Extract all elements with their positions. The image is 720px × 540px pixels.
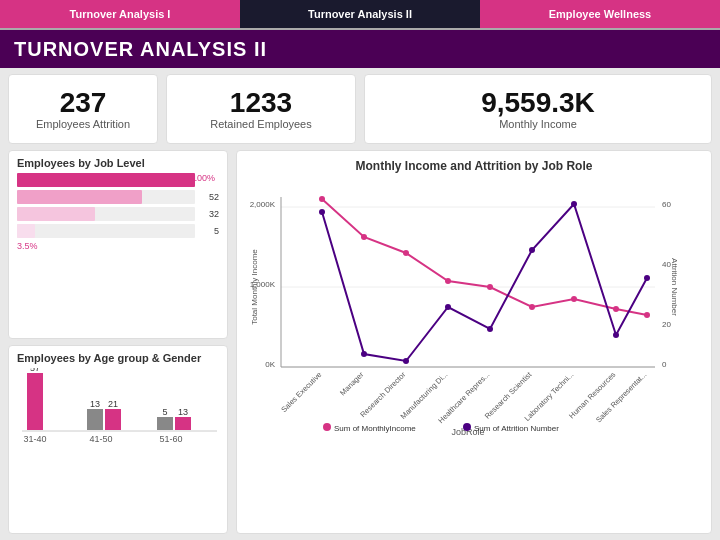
kpi-attrition-value: 237 — [60, 88, 107, 119]
dot-attrition-6 — [529, 247, 535, 253]
dot-income-7 — [571, 296, 577, 302]
dot-income-5 — [487, 284, 493, 290]
x-label-1: Sales Executive — [279, 370, 323, 414]
legend-attrition-dot — [463, 423, 471, 431]
page-header: TURNOVER ANALYSIS II — [0, 30, 720, 68]
monthly-income-chart-title: Monthly Income and Attrition by Job Role — [247, 159, 701, 173]
x-label-41-50: 41-50 — [89, 434, 112, 444]
label-female-41-50: 21 — [108, 399, 118, 409]
monthly-income-chart-card: Monthly Income and Attrition by Job Role… — [236, 150, 712, 534]
dot-attrition-2 — [361, 351, 367, 357]
income-line — [322, 199, 647, 315]
x-label-31-40: 31-40 — [23, 434, 46, 444]
label-female-31-40: 57 — [30, 368, 40, 373]
kpi-row: 237 Employees Attrition 1233 Retained Em… — [8, 74, 712, 144]
legend-attrition-label: Sum of Attrition Number — [474, 424, 559, 433]
label-female-51-60: 13 — [178, 407, 188, 417]
kpi-retained-label: Retained Employees — [210, 118, 312, 130]
job-level-chart-card: Employees by Job Level 100% — [8, 150, 228, 339]
job-level-chart-title: Employees by Job Level — [17, 157, 219, 169]
job-level-bar-1 — [17, 173, 219, 187]
job-level-bottom-pct: 3.5% — [17, 241, 219, 251]
age-gender-chart: 57 13 21 5 13 31-40 — [17, 368, 219, 468]
dot-income-8 — [613, 306, 619, 312]
dot-attrition-5 — [487, 326, 493, 332]
dot-attrition-3 — [403, 358, 409, 364]
bottom-row: Employees by Job Level 100% — [8, 150, 712, 534]
job-level-bar-4: 5 — [17, 224, 219, 238]
y-left-2000k: 2,000K — [250, 200, 276, 209]
legend-income-label: Sum of MonthlyIncome — [334, 424, 416, 433]
bar-label-3: 32 — [199, 209, 219, 219]
kpi-attrition-label: Employees Attrition — [36, 118, 130, 130]
kpi-retained: 1233 Retained Employees — [166, 74, 356, 144]
age-gender-chart-title: Employees by Age group & Gender — [17, 352, 219, 364]
tab-turnover-analysis-1[interactable]: Turnover Analysis I — [0, 0, 240, 28]
job-level-pct: 100% — [192, 173, 215, 183]
bar-female-41-50 — [105, 409, 121, 430]
dot-income-3 — [403, 250, 409, 256]
dot-income-2 — [361, 234, 367, 240]
age-gender-chart-card: Employees by Age group & Gender 57 13 21 — [8, 345, 228, 534]
kpi-income-value: 9,559.3K — [481, 88, 595, 119]
bar-male-51-60 — [157, 417, 173, 430]
bar-male-41-50 — [87, 409, 103, 430]
dot-income-1 — [319, 196, 325, 202]
navigation-tabs: Turnover Analysis I Turnover Analysis II… — [0, 0, 720, 30]
y-right-60: 60 — [662, 200, 671, 209]
y-axis-right-title: Attrition Number — [670, 258, 679, 316]
bar-fill-1 — [17, 173, 195, 187]
kpi-attrition: 237 Employees Attrition — [8, 74, 158, 144]
page-title: TURNOVER ANALYSIS II — [14, 38, 267, 61]
bar-fill-3 — [17, 207, 95, 221]
bar-female-31-40 — [27, 373, 43, 430]
attrition-line — [322, 204, 647, 361]
dot-income-9 — [644, 312, 650, 318]
dot-attrition-1 — [319, 209, 325, 215]
label-male-51-60: 5 — [162, 407, 167, 417]
dot-income-4 — [445, 278, 451, 284]
line-chart-svg: 2,000K 1,000K 0K 60 40 20 0 — [247, 177, 677, 437]
job-level-bar-2: 52 — [17, 190, 219, 204]
y-axis-left-title: Total Monthly Income — [250, 249, 259, 325]
y-right-20: 20 — [662, 320, 671, 329]
job-level-bar-3: 32 — [17, 207, 219, 221]
bar-label-2: 52 — [199, 192, 219, 202]
legend-income-dot — [323, 423, 331, 431]
tab-employee-wellness[interactable]: Employee Wellness — [480, 0, 720, 28]
age-gender-svg: 57 13 21 5 13 31-40 — [17, 368, 217, 468]
dot-attrition-4 — [445, 304, 451, 310]
bar-fill-2 — [17, 190, 142, 204]
kpi-income: 9,559.3K Monthly Income — [364, 74, 712, 144]
left-panel: Employees by Job Level 100% — [8, 150, 228, 534]
y-left-0k: 0K — [265, 360, 275, 369]
dot-attrition-7 — [571, 201, 577, 207]
dot-attrition-8 — [613, 332, 619, 338]
bar-fill-4 — [17, 224, 35, 238]
dot-attrition-9 — [644, 275, 650, 281]
label-male-41-50: 13 — [90, 399, 100, 409]
y-right-0: 0 — [662, 360, 667, 369]
x-label-2: Manager — [338, 370, 366, 398]
kpi-retained-value: 1233 — [230, 88, 292, 119]
tab-turnover-analysis-2[interactable]: Turnover Analysis II — [240, 0, 480, 28]
main-content: 237 Employees Attrition 1233 Retained Em… — [0, 68, 720, 540]
kpi-income-label: Monthly Income — [499, 118, 577, 130]
bar-label-4: 5 — [199, 226, 219, 236]
job-level-chart: 100% 52 — [17, 173, 219, 251]
dot-income-6 — [529, 304, 535, 310]
bar-female-51-60 — [175, 417, 191, 430]
x-label-51-60: 51-60 — [159, 434, 182, 444]
